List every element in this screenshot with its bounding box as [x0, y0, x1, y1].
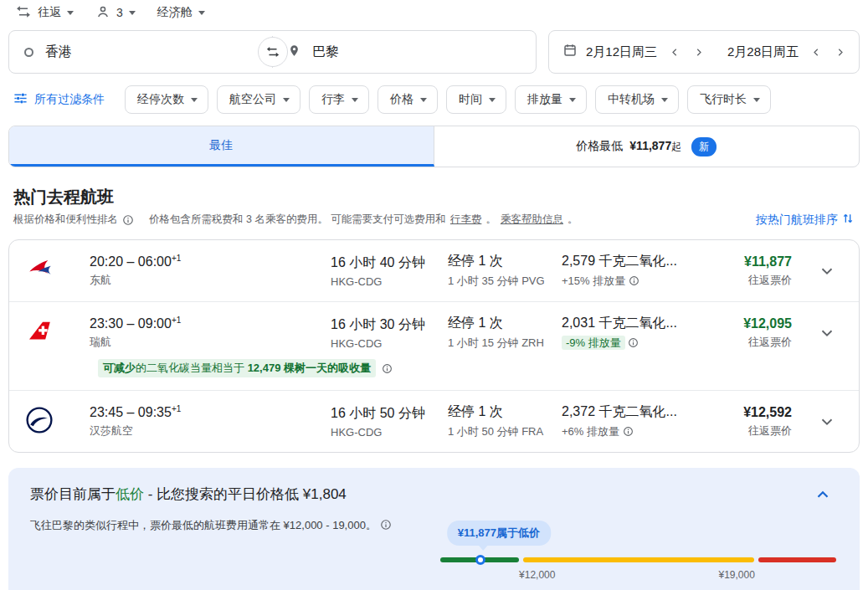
info-icon[interactable]: [623, 426, 634, 437]
chevron-up-icon: [814, 485, 832, 504]
origin-input[interactable]: 香港: [9, 31, 272, 73]
baggage-fee-link[interactable]: 行李费: [450, 213, 482, 227]
filter-chip-duration[interactable]: 飞行时长: [687, 85, 771, 114]
cabin-class-label: 经济舱: [157, 5, 193, 20]
trip-type-selector[interactable]: 往返: [15, 3, 74, 23]
flight-row-lufthansa[interactable]: 23:45 – 09:35+1 汉莎航空 16 小时 50 分钟 HKG-CDG…: [9, 390, 859, 452]
flight-route: HKG-CDG: [331, 426, 448, 439]
return-date-next-button[interactable]: [829, 41, 850, 63]
range-low-label: ¥12,000: [519, 569, 555, 581]
flight-times: 23:45 – 09:35+1: [90, 404, 331, 420]
tab-best-label: 最佳: [209, 138, 233, 153]
insight-title: 票价目前属于低价 - 比您搜索的平日价格低 ¥1,804: [30, 485, 838, 504]
round-trip-icon: [15, 3, 32, 23]
filter-chip-stops[interactable]: 经停次数: [125, 85, 208, 114]
passenger-count: 3: [116, 6, 123, 19]
flight-price: ¥12,592: [721, 405, 792, 420]
expand-flight-button[interactable]: [804, 413, 850, 431]
destination-value: 巴黎: [312, 44, 339, 61]
chevron-down-icon: [283, 98, 290, 102]
airline-name: 瑞航: [90, 335, 331, 350]
eco-savings-note: 可减少的二氧化碳当量相当于 12,479 棵树一天的吸收量: [98, 359, 850, 377]
return-date-field[interactable]: 2月28日周五: [719, 41, 850, 63]
chevron-down-icon: [661, 98, 668, 102]
tab-cheapest[interactable]: 价格最低 ¥11,877起 新: [434, 126, 860, 167]
chevron-down-icon: [129, 11, 136, 15]
trip-options-bar: 往返 3 经济舱: [0, 0, 868, 25]
chip-label: 时间: [459, 92, 482, 107]
destination-input[interactable]: 巴黎: [273, 31, 536, 73]
stop-detail: 1 小时 35 分钟 PVG: [448, 274, 562, 289]
range-high-label: ¥19,000: [719, 569, 755, 581]
tab-cheapest-label: 价格最低: [576, 139, 623, 154]
tune-icon: [13, 91, 28, 108]
location-pin-icon: [288, 43, 300, 62]
return-date-prev-button[interactable]: [805, 41, 827, 63]
chevron-down-icon: [818, 413, 836, 431]
note-end: 。: [568, 213, 578, 227]
info-icon[interactable]: [380, 519, 392, 531]
filter-chip-airlines[interactable]: 航空公司: [217, 85, 300, 114]
filter-chip-connecting-airports[interactable]: 中转机场: [595, 85, 679, 114]
passenger-selector[interactable]: 3: [95, 4, 136, 22]
trip-type-label: 往返: [38, 5, 61, 20]
current-price-marker[interactable]: [475, 555, 485, 565]
price-type: 往返票价: [721, 335, 792, 350]
filter-chip-times[interactable]: 时间: [446, 85, 506, 114]
co2-amount: 2,372 千克二氧化...: [562, 403, 721, 421]
flight-row-china-eastern[interactable]: 20:20 – 06:00+1 东航 16 小时 40 分钟 HKG-CDG 经…: [9, 240, 859, 301]
return-date-value: 2月28日周五: [727, 44, 799, 60]
depart-date-next-button[interactable]: [687, 41, 709, 63]
flight-duration: 16 小时 40 分钟: [331, 254, 448, 272]
flight-times: 23:30 – 09:00+1: [90, 316, 331, 331]
expand-flight-button[interactable]: [804, 262, 850, 280]
insight-body: 飞往巴黎的类似行程中，票价最低的航班费用通常在 ¥12,000 - 19,000…: [30, 517, 403, 584]
sort-button[interactable]: 按热门航班排序: [756, 212, 855, 228]
stop-detail: 1 小时 50 分钟 FRA: [448, 424, 562, 439]
new-badge: 新: [691, 137, 716, 156]
info-icon[interactable]: [628, 337, 639, 348]
passenger-help-link[interactable]: 乘客帮助信息: [501, 213, 563, 227]
chip-label: 排放量: [527, 92, 562, 107]
flight-duration: 16 小时 30 分钟: [331, 316, 448, 334]
flight-price: ¥12,095: [721, 316, 792, 331]
chevron-down-icon: [198, 11, 205, 15]
tab-best[interactable]: 最佳: [9, 126, 434, 167]
flight-price: ¥11,877: [721, 254, 792, 269]
cabin-class-selector[interactable]: 经济舱: [157, 5, 205, 20]
info-icon[interactable]: [382, 363, 393, 374]
china-eastern-logo: [24, 255, 56, 287]
person-icon: [95, 4, 110, 22]
depart-date-prev-button[interactable]: [664, 41, 686, 63]
price-history-slider: ¥11,877属于低价 ¥12,000 ¥19,000: [440, 521, 838, 584]
flight-route: HKG-CDG: [331, 275, 448, 288]
filter-chip-bags[interactable]: 行李: [309, 85, 369, 114]
info-icon[interactable]: [122, 214, 134, 226]
flight-duration: 16 小时 50 分钟: [331, 405, 448, 423]
tab-cheapest-price: ¥11,877起: [629, 139, 681, 154]
price-level: 低价: [116, 486, 144, 502]
emission-note: -9% 排放量: [562, 336, 721, 351]
chevron-down-icon: [191, 98, 198, 102]
results-subheader: 根据价格和便利性排名 价格包含所需税费和 3 名乘客的费用。 可能需要支付可选费…: [13, 212, 855, 228]
co2-amount: 2,031 千克二氧化...: [562, 315, 721, 332]
chevron-down-icon: [67, 11, 74, 15]
section-title: 热门去程航班: [13, 186, 855, 208]
lufthansa-logo: [24, 405, 54, 439]
high-price-segment: [758, 557, 836, 562]
typical-price-segment: [523, 557, 754, 562]
info-icon[interactable]: [629, 275, 639, 286]
swap-icon: [265, 44, 280, 59]
swap-locations-button[interactable]: [258, 37, 288, 67]
expand-flight-button[interactable]: [804, 324, 850, 342]
filter-chip-emissions[interactable]: 排放量: [515, 85, 587, 114]
collapse-insight-button[interactable]: [808, 480, 838, 510]
chip-label: 价格: [390, 92, 413, 107]
all-filters-button[interactable]: 所有过滤条件: [13, 91, 105, 108]
price-type: 往返票价: [721, 423, 792, 439]
flight-row-swiss[interactable]: 23:30 – 09:00+1 瑞航 16 小时 30 分钟 HKG-CDG 经…: [9, 301, 859, 390]
depart-date-value: 2月12日周三: [586, 44, 657, 60]
depart-date-field[interactable]: 2月12日周三: [578, 41, 709, 63]
filter-chip-price[interactable]: 价格: [378, 85, 438, 114]
chip-label: 经停次数: [137, 92, 184, 107]
